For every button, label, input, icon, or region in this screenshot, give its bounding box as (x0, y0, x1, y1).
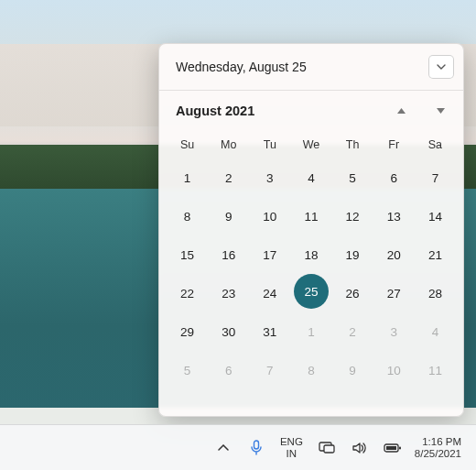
chevron-up-icon (218, 444, 229, 452)
weekday-header: Su (167, 133, 208, 157)
microphone-voice-button[interactable] (243, 435, 269, 461)
overflow-tray-button[interactable] (211, 435, 236, 461)
clock-date: 8/25/2021 (415, 448, 461, 460)
next-month-button[interactable] (433, 104, 449, 117)
calendar-day[interactable]: 12 (333, 197, 372, 235)
calendar-week-row: 567891011 (159, 351, 463, 389)
calendar-day[interactable]: 5 (333, 158, 372, 197)
calendar-day[interactable]: 10 (251, 197, 289, 235)
prev-month-button[interactable] (394, 104, 409, 117)
calendar-day[interactable]: 7 (416, 158, 454, 197)
svg-rect-4 (399, 446, 401, 449)
calendar-flyout: Wednesday, August 25 August 2021 SuMoTuW… (158, 43, 464, 417)
calendar-day-other-month[interactable]: 7 (251, 351, 289, 389)
calendar-header: Wednesday, August 25 (159, 44, 463, 91)
weekday-header: Fr (373, 133, 415, 157)
project-display-button[interactable] (314, 435, 340, 461)
month-nav-arrows (394, 104, 449, 117)
calendar-day[interactable]: 17 (251, 235, 289, 274)
language-indicator[interactable]: ENG IN (276, 436, 307, 460)
battery-icon (384, 443, 402, 454)
svg-rect-2 (324, 445, 334, 453)
calendar-day[interactable]: 31 (251, 312, 289, 351)
calendar-day[interactable]: 3 (251, 158, 289, 197)
calendar-day[interactable]: 18 (292, 235, 330, 274)
weekday-header-row: SuMoTuWeThFrSa (159, 133, 463, 157)
calendar-week-row: 1234567 (159, 158, 463, 197)
display-icon (319, 442, 335, 454)
calendar-day[interactable]: 28 (416, 274, 454, 312)
month-navigation: August 2021 (159, 91, 463, 124)
calendar-day-other-month[interactable]: 10 (374, 351, 413, 389)
svg-rect-0 (254, 441, 258, 449)
calendar-week-row: 2930311234 (159, 312, 463, 351)
calendar-day[interactable]: 21 (416, 235, 454, 274)
calendar-grid: 1234567891011121314151617181920212223242… (159, 157, 463, 391)
calendar-day[interactable]: 9 (210, 197, 248, 235)
taskbar: ENG IN 1:16 PM 8/25/2021 (0, 424, 476, 470)
weekday-header: Tu (249, 133, 290, 157)
calendar-day-other-month[interactable]: 3 (374, 312, 413, 351)
calendar-day[interactable]: 23 (210, 274, 248, 312)
calendar-day[interactable]: 15 (168, 235, 207, 274)
calendar-week-row: 891011121314 (159, 197, 463, 235)
calendar-day[interactable]: 20 (374, 235, 413, 274)
calendar-day-other-month[interactable]: 1 (292, 312, 330, 351)
language-region: IN (280, 448, 303, 460)
clock-date-button[interactable]: 1:16 PM 8/25/2021 (413, 436, 463, 460)
calendar-day[interactable]: 29 (168, 312, 207, 351)
calendar-day[interactable]: 2 (210, 158, 248, 197)
calendar-day-other-month[interactable]: 11 (416, 351, 454, 389)
battery-button[interactable] (380, 435, 406, 461)
chevron-down-icon (437, 64, 446, 70)
calendar-day[interactable]: 6 (374, 158, 413, 197)
calendar-week-row: 15161718192021 (159, 235, 463, 274)
calendar-day[interactable]: 11 (292, 197, 330, 235)
calendar-day[interactable]: 27 (374, 274, 413, 312)
weekday-header: Sa (415, 133, 456, 157)
weekday-header: Th (332, 133, 373, 157)
calendar-day-other-month[interactable]: 2 (333, 312, 372, 351)
calendar-day[interactable]: 1 (168, 158, 207, 197)
collapse-button[interactable] (428, 55, 454, 79)
microphone-icon (250, 440, 263, 456)
calendar-day-other-month[interactable]: 5 (168, 351, 207, 389)
calendar-day-other-month[interactable]: 8 (292, 351, 330, 389)
calendar-day[interactable]: 19 (333, 235, 372, 274)
calendar-day[interactable]: 4 (292, 158, 330, 197)
calendar-day[interactable]: 26 (333, 274, 372, 312)
calendar-day[interactable]: 22 (168, 274, 207, 312)
volume-button[interactable] (347, 435, 373, 461)
calendar-day[interactable]: 24 (251, 274, 289, 312)
svg-rect-5 (386, 446, 396, 450)
clock-time: 1:16 PM (415, 436, 461, 448)
calendar-day[interactable]: 16 (210, 235, 248, 274)
calendar-day[interactable]: 14 (416, 197, 454, 235)
speaker-icon (352, 442, 367, 454)
language-code: ENG (280, 436, 303, 448)
triangle-down-icon (437, 108, 445, 114)
calendar-week-row: 22232425262728 (159, 274, 463, 312)
calendar-day-selected[interactable]: 25 (294, 274, 329, 309)
calendar-day-other-month[interactable]: 9 (333, 351, 372, 389)
weekday-header: We (290, 133, 331, 157)
calendar-day[interactable]: 13 (374, 197, 413, 235)
calendar-day-other-month[interactable]: 4 (416, 312, 454, 351)
month-year-label[interactable]: August 2021 (176, 104, 254, 118)
triangle-up-icon (397, 108, 406, 114)
current-date-label[interactable]: Wednesday, August 25 (176, 60, 307, 74)
calendar-day-other-month[interactable]: 6 (210, 351, 248, 389)
calendar-day[interactable]: 8 (168, 197, 207, 235)
calendar-day[interactable]: 30 (210, 312, 248, 351)
weekday-header: Mo (208, 133, 249, 157)
